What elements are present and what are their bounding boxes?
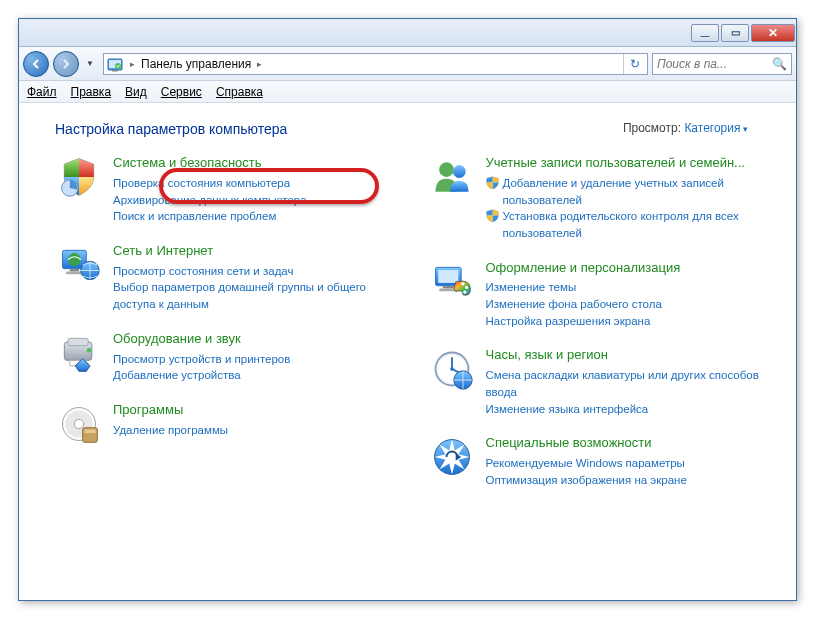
sublink-text: Изменение темы xyxy=(486,279,577,296)
programs-icon xyxy=(55,402,103,450)
close-button[interactable]: ✕ xyxy=(751,24,795,42)
search-icon[interactable]: 🔍 xyxy=(772,57,787,71)
security-icon xyxy=(55,155,103,203)
appearance-icon xyxy=(428,260,476,308)
category-users: Учетные записи пользователей и семейн...… xyxy=(428,155,773,242)
category-sublink[interactable]: Изменение фона рабочего стола xyxy=(486,296,773,313)
minimize-button[interactable]: ─ xyxy=(691,24,719,42)
menu-view[interactable]: Вид xyxy=(125,85,147,99)
network-icon xyxy=(55,243,103,291)
sublink-text: Архивирование данных компьютера xyxy=(113,192,307,209)
category-sublink[interactable]: Настройка разрешения экрана xyxy=(486,313,773,330)
category-title-ease[interactable]: Специальные возможности xyxy=(486,435,773,452)
category-title-appearance[interactable]: Оформление и персонализация xyxy=(486,260,773,277)
menu-tools[interactable]: Сервис xyxy=(161,85,202,99)
category-sublink[interactable]: Смена раскладки клавиатуры или других сп… xyxy=(486,367,773,400)
back-button[interactable] xyxy=(23,51,49,77)
sublink-text: Установка родительского контроля для все… xyxy=(503,208,773,241)
category-sublink[interactable]: Добавление устройства xyxy=(113,367,400,384)
category-sublink[interactable]: Изменение темы xyxy=(486,279,773,296)
category-sublink[interactable]: Оптимизация изображения на экране xyxy=(486,472,773,489)
sublink-text: Настройка разрешения экрана xyxy=(486,313,651,330)
category-clock: Часы, язык и регионСмена раскладки клави… xyxy=(428,347,773,417)
uac-shield-icon xyxy=(486,176,499,194)
search-box[interactable]: 🔍 xyxy=(652,53,792,75)
users-icon xyxy=(428,155,476,203)
chevron-right-icon: ▸ xyxy=(124,59,141,69)
category-title-clock[interactable]: Часы, язык и регион xyxy=(486,347,773,364)
navbar: ▼ ▸ Панель управления ▸ ↻ 🔍 xyxy=(19,47,796,81)
uac-shield-icon xyxy=(486,209,499,227)
category-ease: Специальные возможностиРекомендуемые Win… xyxy=(428,435,773,488)
category-network: Сеть и ИнтернетПросмотр состояния сети и… xyxy=(55,243,400,313)
view-selector: Просмотр: Категория xyxy=(623,121,748,135)
menubar: Файл Правка Вид Сервис Справка xyxy=(19,81,796,103)
category-sublink[interactable]: Просмотр состояния сети и задач xyxy=(113,263,400,280)
search-input[interactable] xyxy=(657,57,772,71)
category-title-network[interactable]: Сеть и Интернет xyxy=(113,243,400,260)
maximize-button[interactable]: ▭ xyxy=(721,24,749,42)
menu-help[interactable]: Справка xyxy=(216,85,263,99)
category-sublink[interactable]: Удаление программы xyxy=(113,422,400,439)
sublink-text: Изменение языка интерфейса xyxy=(486,401,649,418)
sublink-text: Добавление устройства xyxy=(113,367,241,384)
history-dropdown-icon[interactable]: ▼ xyxy=(83,54,97,74)
category-title-programs[interactable]: Программы xyxy=(113,402,400,419)
menu-edit[interactable]: Правка xyxy=(71,85,112,99)
chevron-right-icon[interactable]: ▸ xyxy=(251,59,268,69)
refresh-button[interactable]: ↻ xyxy=(623,54,645,74)
addressbar[interactable]: ▸ Панель управления ▸ ↻ xyxy=(103,53,648,75)
breadcrumb-root[interactable]: Панель управления xyxy=(141,57,251,71)
sublink-text: Изменение фона рабочего стола xyxy=(486,296,662,313)
sublink-text: Поиск и исправление проблем xyxy=(113,208,276,225)
category-title-security[interactable]: Система и безопасность xyxy=(113,155,400,172)
sublink-text: Удаление программы xyxy=(113,422,228,439)
category-appearance: Оформление и персонализацияИзменение тем… xyxy=(428,260,773,330)
category-sublink[interactable]: Рекомендуемые Windows параметры xyxy=(486,455,773,472)
category-sublink[interactable]: Выбор параметров домашней группы и общег… xyxy=(113,279,400,312)
view-label: Просмотр: xyxy=(623,121,681,135)
sublink-text: Проверка состояния компьютера xyxy=(113,175,290,192)
control-panel-icon xyxy=(106,55,124,73)
category-security: Система и безопасностьПроверка состояния… xyxy=(55,155,400,225)
menu-file[interactable]: Файл xyxy=(27,85,57,99)
sublink-text: Оптимизация изображения на экране xyxy=(486,472,687,489)
category-sublink[interactable]: Добавление и удаление учетных записей по… xyxy=(486,175,773,208)
sublink-text: Добавление и удаление учетных записей по… xyxy=(503,175,773,208)
category-sublink[interactable]: Поиск и исправление проблем xyxy=(113,208,400,225)
category-sublink[interactable]: Просмотр устройств и принтеров xyxy=(113,351,400,368)
category-sublink[interactable]: Архивирование данных компьютера xyxy=(113,192,400,209)
forward-button[interactable] xyxy=(53,51,79,77)
category-sublink[interactable]: Установка родительского контроля для все… xyxy=(486,208,773,241)
sublink-text: Просмотр устройств и принтеров xyxy=(113,351,290,368)
sublink-text: Просмотр состояния сети и задач xyxy=(113,263,293,280)
view-dropdown[interactable]: Категория xyxy=(684,121,748,135)
content-area: Настройка параметров компьютера Система … xyxy=(19,103,796,600)
hardware-icon xyxy=(55,331,103,379)
titlebar: ─ ▭ ✕ xyxy=(19,19,796,47)
sublink-text: Смена раскладки клавиатуры или других сп… xyxy=(486,367,773,400)
clock-icon xyxy=(428,347,476,395)
category-sublink[interactable]: Изменение языка интерфейса xyxy=(486,401,773,418)
category-hardware: Оборудование и звукПросмотр устройств и … xyxy=(55,331,400,384)
ease-icon xyxy=(428,435,476,483)
sublink-text: Рекомендуемые Windows параметры xyxy=(486,455,685,472)
category-programs: ПрограммыУдаление программы xyxy=(55,402,400,450)
window-frame: ─ ▭ ✕ ▼ ▸ Панель управления ▸ ↻ 🔍 Файл П… xyxy=(18,18,797,601)
sublink-text: Выбор параметров домашней группы и общег… xyxy=(113,279,400,312)
category-title-users[interactable]: Учетные записи пользователей и семейн... xyxy=(486,155,773,172)
category-sublink[interactable]: Проверка состояния компьютера xyxy=(113,175,400,192)
category-title-hardware[interactable]: Оборудование и звук xyxy=(113,331,400,348)
